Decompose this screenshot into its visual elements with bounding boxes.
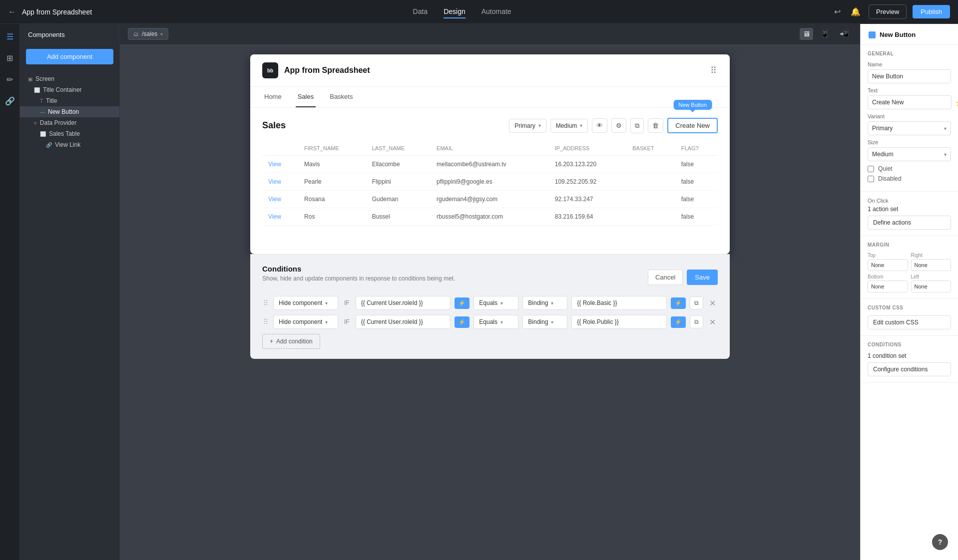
components-icon[interactable]: ⊞ <box>4 51 15 65</box>
mobile-icon[interactable]: 📲 <box>837 28 852 40</box>
equals-chevron-1: ▾ <box>500 300 503 306</box>
preview-button[interactable]: Preview <box>869 4 907 19</box>
drag-handle-1[interactable]: ⠿ <box>262 299 269 307</box>
add-condition-button[interactable]: + Add condition <box>262 334 320 349</box>
create-new-button[interactable]: Create New <box>667 118 718 133</box>
back-button[interactable]: ← <box>8 7 16 16</box>
theme-icon[interactable]: ✏ <box>4 73 15 86</box>
copy-icon-btn[interactable]: ⧉ <box>630 118 644 133</box>
undo-button[interactable]: ↩ <box>832 5 843 18</box>
save-button[interactable]: Save <box>687 270 718 285</box>
tab-automate[interactable]: Automate <box>481 5 511 18</box>
variant-label: Variant <box>868 113 951 119</box>
action-set-text: 1 action set <box>868 206 951 213</box>
col-basket: BASKET <box>626 141 675 156</box>
text-input[interactable] <box>868 95 952 109</box>
table-toolbar: Primary ▾ Medium ▾ 👁 ⚙ ⧉ 🗑 <box>509 118 718 133</box>
variant-value: Primary <box>514 122 535 129</box>
action-select-2[interactable]: Hide component ▾ <box>273 315 338 329</box>
configure-conditions-button[interactable]: Configure conditions <box>868 362 951 376</box>
path-icon: 🗂 <box>133 31 139 37</box>
path-selector[interactable]: 🗂 /sales ▾ <box>128 28 168 40</box>
binding-select-1[interactable]: Binding ▾ <box>522 296 567 310</box>
view-link-1[interactable]: View <box>268 161 281 168</box>
size-props-select[interactable]: Medium ▾ <box>868 147 951 161</box>
props-margin-section: MARGIN Top None Right None Bottom <box>861 236 958 299</box>
condition-input-1[interactable]: {{ Current User.roleId }} <box>356 296 451 310</box>
bottom-select[interactable]: None <box>868 280 908 292</box>
size-chevron: ▾ <box>580 123 582 128</box>
link-icon[interactable]: 🔗 <box>3 94 17 108</box>
tree-item-title-container[interactable]: ⬜ Title Container <box>20 84 119 95</box>
hide-icon-btn[interactable]: 👁 <box>592 118 607 133</box>
cell-flag-4: false <box>675 208 718 226</box>
desktop-icon[interactable]: 🖥 <box>800 28 813 40</box>
binding-select-2[interactable]: Binding ▾ <box>522 315 567 329</box>
action-select-1[interactable]: Hide component ▾ <box>273 296 338 310</box>
top-select[interactable]: None <box>868 259 908 271</box>
app-content-header: Sales Primary ▾ Medium ▾ 👁 <box>262 118 718 133</box>
tree-item-new-button[interactable]: — New Button <box>20 106 119 117</box>
settings-icon-btn[interactable]: ⚙ <box>611 118 626 133</box>
condition-input-2[interactable]: {{ Current User.roleId }} <box>356 315 451 329</box>
tree-item-title[interactable]: T Title <box>20 95 119 106</box>
tree-item-data-provider[interactable]: ≡ Data Provider <box>20 117 119 128</box>
cell-ip-1: 16.203.123.220 <box>549 156 626 173</box>
quiet-checkbox[interactable] <box>868 166 874 172</box>
canvas-content: bb App from Spreadsheet ⠿ Home Sales Bas… <box>250 54 730 550</box>
variant-chevron: ▾ <box>538 123 541 128</box>
remove-btn-2[interactable]: ✕ <box>707 316 718 328</box>
name-input[interactable] <box>868 69 951 83</box>
view-link-2[interactable]: View <box>268 178 281 185</box>
define-actions-button[interactable]: Define actions <box>868 216 951 230</box>
nav-sales[interactable]: Sales <box>296 87 316 107</box>
nav-baskets[interactable]: Baskets <box>328 87 355 107</box>
lightning-btn-1b[interactable]: ⚡ <box>671 297 686 309</box>
nav-home[interactable]: Home <box>262 87 284 107</box>
conditions-panel: Conditions Show, hide and update compone… <box>250 254 730 359</box>
tablet-icon[interactable]: 📱 <box>817 28 833 40</box>
variant-select[interactable]: Primary ▾ <box>509 119 546 133</box>
copy-btn-2[interactable]: ⧉ <box>690 315 703 328</box>
remove-btn-1[interactable]: ✕ <box>707 297 718 309</box>
view-link-3[interactable]: View <box>268 196 281 203</box>
lightning-btn-1[interactable]: ⚡ <box>455 297 470 309</box>
app-preview: bb App from Spreadsheet ⠿ Home Sales Bas… <box>250 54 730 254</box>
view-link-4[interactable]: View <box>268 213 281 220</box>
layers-icon[interactable]: ☰ <box>4 30 15 43</box>
tree-item-screen[interactable]: ▣ Screen <box>20 73 119 84</box>
dots-menu-icon[interactable]: ⠿ <box>710 65 718 75</box>
lightning-btn-2b[interactable]: ⚡ <box>671 316 686 328</box>
right-select[interactable]: None <box>911 259 952 271</box>
col-flag: FLAG? <box>675 141 718 156</box>
tab-design[interactable]: Design <box>444 5 466 18</box>
help-button[interactable]: ? <box>932 534 948 550</box>
add-component-button[interactable]: Add component <box>26 49 113 64</box>
edit-css-button[interactable]: Edit custom CSS <box>868 315 951 329</box>
tree-item-sales-table[interactable]: ⬜ Sales Table <box>20 128 119 139</box>
left-select[interactable]: None <box>911 280 952 292</box>
copy-btn-1[interactable]: ⧉ <box>690 296 703 309</box>
drag-handle-2[interactable]: ⠿ <box>262 318 269 326</box>
canvas-toolbar: 🗂 /sales ▾ 🖥 📱 📲 <box>120 24 860 44</box>
lightning-btn-2[interactable]: ⚡ <box>455 316 470 328</box>
variant-props-select[interactable]: Primary ▾ <box>868 121 951 135</box>
props-panel: New Button GENERAL Name Text ⚡ ▾ Variant… <box>860 24 958 560</box>
value-input-1[interactable]: {{ Role.Basic }} <box>571 296 667 310</box>
equals-select-1[interactable]: Equals ▾ <box>474 296 518 310</box>
cancel-button[interactable]: Cancel <box>648 270 683 285</box>
delete-icon-btn[interactable]: 🗑 <box>648 118 663 133</box>
value-input-2[interactable]: {{ Role.Public }} <box>571 315 667 329</box>
tree-item-view-link[interactable]: 🔗 View Link <box>20 139 119 150</box>
tab-data[interactable]: Data <box>413 5 428 18</box>
text-lightning-btn[interactable]: ⚡ <box>954 97 958 107</box>
redo-button[interactable]: 🔔 <box>849 5 863 18</box>
disabled-checkbox[interactable] <box>868 176 874 182</box>
size-select[interactable]: Medium ▾ <box>550 119 588 133</box>
add-condition-label: Add condition <box>276 338 313 345</box>
equals-select-2[interactable]: Equals ▾ <box>474 315 518 329</box>
text-row: ⚡ ▾ <box>868 95 951 109</box>
conditions-title: Conditions <box>262 265 455 273</box>
top-right-actions: ↩ 🔔 Preview Publish <box>832 4 950 19</box>
publish-button[interactable]: Publish <box>913 5 950 18</box>
